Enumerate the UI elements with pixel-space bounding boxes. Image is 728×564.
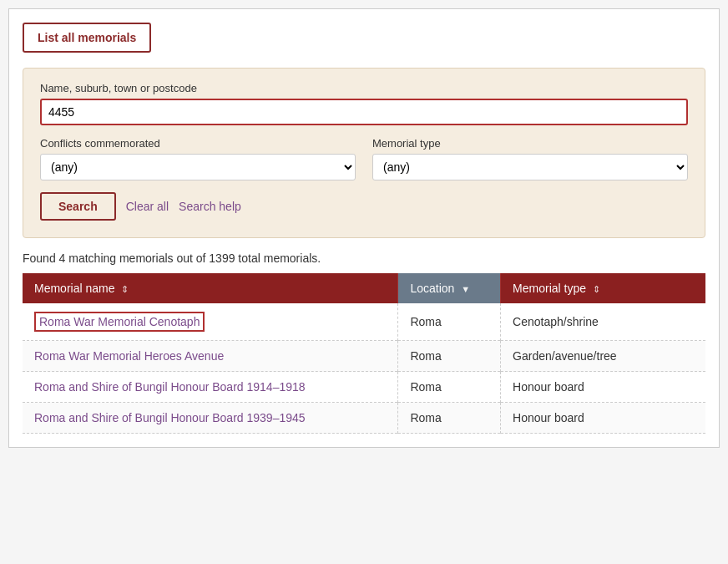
col-header-type[interactable]: Memorial type ⇕ bbox=[501, 273, 705, 303]
memorial-link[interactable]: Roma War Memorial Cenotaph bbox=[34, 312, 205, 332]
cell-memorial-type: Cenotaph/shrine bbox=[501, 303, 705, 341]
cell-location: Roma bbox=[398, 372, 501, 403]
cell-memorial-name: Roma and Shire of Bungil Honour Board 19… bbox=[23, 372, 398, 403]
search-actions: Search Clear all Search help bbox=[40, 192, 688, 221]
memorial-type-select[interactable]: (any) bbox=[372, 154, 688, 180]
cell-location: Roma bbox=[398, 403, 501, 434]
type-sort-icon: ⇕ bbox=[593, 284, 600, 294]
search-panel: Name, suburb, town or postcode Conflicts… bbox=[23, 68, 705, 238]
results-summary: Found 4 matching memorials out of 1399 t… bbox=[23, 252, 705, 265]
search-field-label: Name, suburb, town or postcode bbox=[40, 82, 688, 94]
memorial-link[interactable]: Roma War Memorial Heroes Avenue bbox=[34, 349, 224, 363]
table-row: Roma War Memorial Heroes AvenueRomaGarde… bbox=[23, 341, 705, 372]
col-header-location[interactable]: Location ▼ bbox=[398, 273, 501, 303]
conflicts-group: Conflicts commemorated (any) bbox=[40, 137, 356, 180]
list-all-button[interactable]: List all memorials bbox=[23, 23, 151, 53]
conflicts-select[interactable]: (any) bbox=[40, 154, 356, 180]
memorial-link[interactable]: Roma and Shire of Bungil Honour Board 19… bbox=[34, 411, 306, 424]
clear-all-link[interactable]: Clear all bbox=[126, 200, 169, 213]
dropdowns-row: Conflicts commemorated (any) Memorial ty… bbox=[40, 137, 688, 180]
table-row: Roma War Memorial CenotaphRomaCenotaph/s… bbox=[23, 303, 705, 341]
page-wrapper: List all memorials Name, suburb, town or… bbox=[8, 8, 720, 448]
cell-location: Roma bbox=[398, 341, 501, 372]
cell-memorial-type: Honour board bbox=[501, 403, 705, 434]
results-table: Memorial name ⇕ Location ▼ Memorial type… bbox=[23, 273, 705, 434]
cell-memorial-name: Roma and Shire of Bungil Honour Board 19… bbox=[23, 403, 398, 434]
name-sort-icon: ⇕ bbox=[121, 284, 129, 294]
table-row: Roma and Shire of Bungil Honour Board 19… bbox=[23, 372, 705, 403]
col-header-name[interactable]: Memorial name ⇕ bbox=[23, 273, 398, 303]
memorial-link[interactable]: Roma and Shire of Bungil Honour Board 19… bbox=[34, 380, 306, 394]
memorial-type-label: Memorial type bbox=[372, 137, 688, 150]
location-sort-icon: ▼ bbox=[461, 284, 470, 294]
search-input[interactable] bbox=[40, 99, 688, 125]
cell-memorial-name: Roma War Memorial Heroes Avenue bbox=[23, 341, 398, 372]
cell-location: Roma bbox=[398, 303, 501, 341]
conflicts-label: Conflicts commemorated bbox=[40, 137, 356, 150]
search-help-link[interactable]: Search help bbox=[179, 200, 241, 213]
cell-memorial-name: Roma War Memorial Cenotaph bbox=[23, 303, 398, 341]
cell-memorial-type: Honour board bbox=[501, 372, 705, 403]
cell-memorial-type: Garden/avenue/tree bbox=[501, 341, 705, 372]
table-row: Roma and Shire of Bungil Honour Board 19… bbox=[23, 403, 705, 434]
table-header-row: Memorial name ⇕ Location ▼ Memorial type… bbox=[23, 273, 705, 303]
search-button[interactable]: Search bbox=[40, 192, 116, 221]
memorial-type-group: Memorial type (any) bbox=[372, 137, 688, 180]
